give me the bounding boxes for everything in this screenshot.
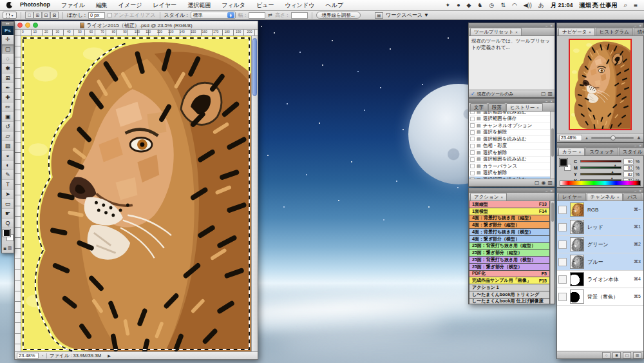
history-step[interactable]: ▤ 選択を解除	[469, 170, 554, 177]
clone-stamp-tool[interactable]: ▣	[2, 112, 14, 122]
panel-grip[interactable]: −×	[469, 23, 554, 28]
history-step[interactable]: ▤ 色相・彩度	[469, 143, 554, 150]
intersect-selection-mode[interactable]: ⊠	[50, 12, 59, 19]
trash-icon[interactable]: ▥	[547, 91, 553, 97]
navigator-zoom-slider[interactable]	[591, 137, 634, 139]
tab-channels[interactable]: レイヤー	[558, 193, 586, 201]
channel-row[interactable]: ◉ ライオン本体 ⌘4	[557, 271, 643, 288]
vertical-ruler[interactable]	[15, 36, 21, 351]
color-value-field[interactable]: 90	[623, 159, 634, 164]
apple-menu-icon[interactable]	[6, 2, 12, 8]
history-source-checkbox[interactable]	[470, 171, 475, 175]
tab-navigator[interactable]: ナビゲータ	[558, 28, 595, 35]
tab-tool-presets[interactable]: ツールプリセット	[470, 28, 522, 35]
menu-clock[interactable]: 月 21:04	[551, 1, 573, 10]
new-channel-icon[interactable]: ▢	[623, 352, 631, 358]
menu-item[interactable]: 選択範囲	[187, 1, 211, 10]
visibility-toggle[interactable]: ◉	[558, 240, 567, 249]
channel-row[interactable]: ◉ レッド ⌘1	[557, 219, 643, 236]
menu-item[interactable]: ウィンドウ	[285, 1, 314, 10]
navigator-zoom-field[interactable]: 23.48%	[559, 135, 582, 141]
history-source-checkbox[interactable]	[470, 117, 475, 121]
ruler-corner[interactable]	[15, 30, 21, 36]
lasso-tool[interactable]: ◌	[2, 54, 14, 64]
menu-item[interactable]: Photoshop	[20, 1, 50, 10]
rectangular-marquee-tool[interactable]: ▢	[2, 44, 14, 54]
trash-icon[interactable]: ▥	[547, 180, 553, 186]
spotlight-icon[interactable]: ⌕	[624, 1, 628, 9]
volume-icon[interactable]: ◀))	[524, 2, 532, 8]
history-source-checkbox[interactable]	[470, 177, 475, 179]
visibility-toggle[interactable]: ◉	[558, 293, 567, 301]
tab-history[interactable]: 段落	[488, 103, 506, 111]
panel-grip[interactable]: −×	[557, 143, 643, 148]
channel-row[interactable]: ◉ グリーン ⌘2	[557, 236, 643, 253]
visibility-toggle[interactable]: ◉	[558, 258, 567, 266]
actions-scrollbar[interactable]	[550, 201, 554, 304]
tab-navigator[interactable]: ヒストグラム	[596, 28, 633, 35]
tab-color[interactable]: スタイル	[619, 148, 644, 155]
action-item[interactable]: 完成作品サンプル用「画像」 F15	[469, 277, 550, 284]
refine-edge-button[interactable]: 境界線を調整...	[316, 12, 361, 19]
new-document-from-state-icon[interactable]: ▢	[535, 180, 540, 186]
channel-row[interactable]: ◉ 背景（黄色） ⌘5	[557, 288, 643, 306]
shape-tool[interactable]: ▭	[2, 199, 14, 209]
eyedropper-tool[interactable]: ✒	[2, 83, 14, 93]
navigator-preview[interactable]	[557, 36, 643, 133]
action-item[interactable]: 1面横型 F14	[469, 208, 550, 215]
menu-item[interactable]: ヘルプ	[325, 1, 343, 10]
new-selection-mode[interactable]: □	[25, 12, 33, 19]
history-source-checkbox[interactable]	[470, 157, 475, 162]
menu-item[interactable]: フィルタ	[222, 1, 245, 10]
crop-tool[interactable]: ⊞	[2, 74, 14, 83]
tab-color[interactable]: スウォッチ	[585, 148, 618, 155]
action-item[interactable]: PDF化 F5	[469, 271, 550, 278]
notification-center-icon[interactable]: ≡	[634, 2, 638, 9]
menu-item[interactable]: イメージ	[118, 1, 142, 10]
color-slider[interactable]: ▲	[580, 166, 621, 169]
color-value-field[interactable]: 83	[623, 165, 634, 171]
zoom-out-icon[interactable]: ▲	[585, 136, 589, 140]
trash-icon[interactable]: ▥	[633, 352, 641, 358]
history-step[interactable]: ▤ 選択範囲を読み込む	[469, 177, 554, 179]
brush-tool[interactable]: ✏	[2, 103, 14, 112]
history-step[interactable]: ▤ 選択範囲を保存	[469, 116, 554, 123]
add-selection-mode[interactable]: ⊞	[33, 12, 42, 19]
foreground-color-swatch[interactable]	[560, 159, 567, 166]
color-value-field[interactable]: 82	[623, 172, 634, 177]
hand-tool[interactable]: ☛	[2, 209, 14, 219]
action-item[interactable]: 4面：背景打ち抜き用（横型）	[469, 229, 550, 236]
checkbox-checked-icon[interactable]: ✓	[471, 91, 475, 97]
tab-navigator[interactable]: 情報	[634, 28, 644, 35]
history-step[interactable]: ▤ 選択を解除	[469, 150, 554, 157]
channel-row[interactable]: ◉ RGB ⌘~	[557, 201, 643, 219]
canvas[interactable]	[21, 36, 251, 351]
subtract-selection-mode[interactable]: ⊟	[42, 12, 50, 19]
notification-icon[interactable]: ●	[457, 2, 460, 8]
input-source-icon[interactable]: あ	[538, 1, 544, 10]
history-step[interactable]: ▤ 選択範囲を読み込む	[469, 136, 554, 143]
style-select[interactable]: 標準 ▲▼	[191, 12, 236, 19]
animal-app-icon[interactable]: ♞	[478, 2, 483, 8]
tab-actions[interactable]: アクション	[470, 193, 507, 201]
action-item[interactable]: 25面：背景打ち抜き用（縦型）	[469, 243, 550, 250]
tab-history[interactable]: 文字	[470, 103, 488, 111]
new-snapshot-icon[interactable]: ◉	[541, 180, 545, 186]
history-brush-tool[interactable]: ↺	[2, 122, 14, 132]
history-scrollbar[interactable]	[550, 112, 554, 179]
visibility-toggle[interactable]: ◉	[558, 206, 567, 214]
action-item[interactable]: 25面：繋ぎ部分（横型）	[469, 264, 550, 271]
color-slider[interactable]: ▲	[580, 160, 621, 162]
width-input[interactable]	[249, 12, 265, 19]
panel-grip[interactable]: −×	[557, 23, 643, 28]
gradient-tool[interactable]: ▨	[2, 141, 14, 151]
history-source-checkbox[interactable]	[470, 144, 475, 148]
wifi-icon[interactable]: ◠	[512, 2, 517, 8]
navigator-thumbnail[interactable]	[569, 39, 632, 130]
path-selection-tool[interactable]: ➤	[2, 190, 14, 199]
visibility-toggle[interactable]: ◉	[558, 223, 567, 231]
load-selection-icon[interactable]: ○	[602, 352, 611, 358]
eraser-tool[interactable]: ▱	[2, 132, 14, 141]
history-step[interactable]: ▤ 選択を解除	[469, 130, 554, 137]
workspace-menu[interactable]: ワークスペース ▼	[386, 12, 429, 19]
